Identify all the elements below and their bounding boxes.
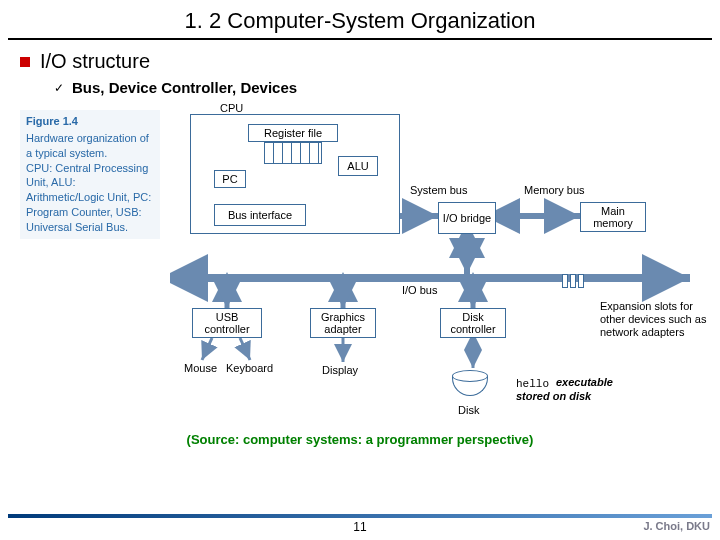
executable-label: executable (556, 376, 613, 388)
square-bullet-icon (20, 57, 30, 67)
stored-on-disk-label: stored on disk (516, 390, 591, 402)
expansion-slots-icon (562, 274, 584, 288)
figure-number: Figure 1.4 (26, 114, 154, 129)
graphics-adapter-box: Graphics adapter (310, 308, 376, 338)
main-memory-box: Main memory (580, 202, 646, 232)
mouse-label: Mouse (184, 362, 217, 374)
bullet-row: I/O structure (20, 50, 720, 73)
display-label: Display (322, 364, 358, 376)
footer-bar (8, 514, 712, 518)
io-bridge-box: I/O bridge (438, 202, 496, 234)
subbullet-row: ✓ Bus, Device Controller, Devices (54, 79, 720, 96)
source-citation: (Source: computer systems: a programmer … (0, 432, 720, 447)
title-rule (8, 38, 712, 40)
register-file-label: Register file (248, 124, 338, 142)
figure-caption: Figure 1.4 Hardware organization of a ty… (20, 110, 160, 239)
bullet-text: I/O structure (40, 50, 150, 73)
figure-caption-main: Hardware organization of a typical syste… (26, 131, 154, 161)
memory-bus-label: Memory bus (524, 184, 585, 196)
expansion-slots-label: Expansion slots for other devices such a… (600, 300, 710, 340)
author-credit: J. Choi, DKU (643, 520, 710, 532)
pc-box: PC (214, 170, 246, 188)
alu-box: ALU (338, 156, 378, 176)
page-number: 11 (0, 520, 720, 534)
figure-area: Figure 1.4 Hardware organization of a ty… (20, 106, 700, 426)
hello-code-label: hello (516, 378, 549, 390)
check-icon: ✓ (54, 81, 64, 95)
system-bus-label: System bus (410, 184, 467, 196)
slide-title: 1. 2 Computer-System Organization (0, 0, 720, 38)
disk-label: Disk (458, 404, 479, 416)
cpu-label: CPU (220, 102, 243, 114)
subbullet-text: Bus, Device Controller, Devices (72, 79, 297, 96)
usb-controller-box: USB controller (192, 308, 262, 338)
figure-caption-desc: CPU: Central Processing Unit, ALU: Arith… (26, 161, 154, 235)
svg-line-11 (240, 338, 250, 360)
footer: 11 (0, 514, 720, 534)
bus-interface-box: Bus interface (214, 204, 306, 226)
disk-controller-box: Disk controller (440, 308, 506, 338)
diagram: CPU Register file PC ALU Bus interface S… (170, 106, 710, 426)
svg-line-10 (202, 338, 212, 360)
io-bus-label: I/O bus (402, 284, 437, 296)
register-file-icon (264, 142, 322, 164)
keyboard-label: Keyboard (226, 362, 273, 374)
disk-icon (452, 370, 488, 398)
